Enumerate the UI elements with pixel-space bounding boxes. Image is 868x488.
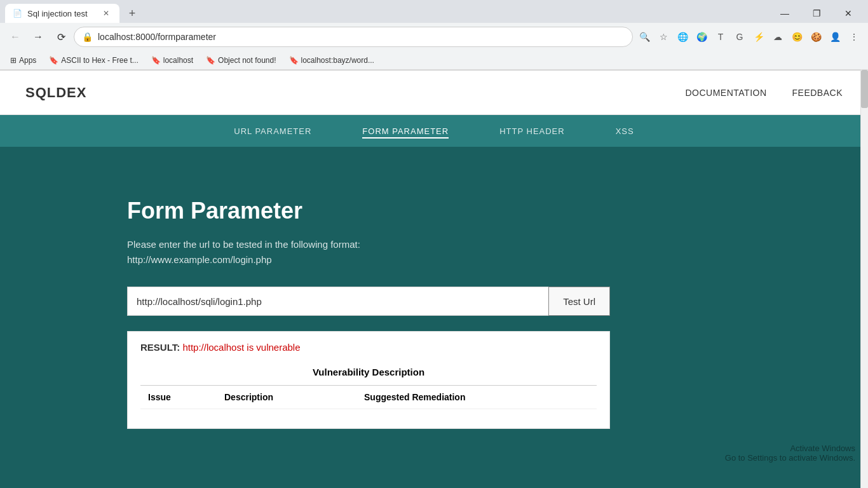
bookmark-localhost[interactable]: 🔖 localhost (146, 55, 198, 66)
browser-tab[interactable]: 📄 Sql injection test ✕ (5, 4, 119, 23)
bookmark-icon-1: 🔖 (49, 56, 58, 65)
close-button[interactable]: ✕ (834, 4, 863, 23)
col-remediation: Suggested Remediation (356, 386, 597, 409)
result-message: http://localhost is vulnerable (182, 342, 300, 353)
lock-icon: 🔒 (82, 32, 93, 42)
forward-button[interactable]: → (28, 27, 48, 47)
tab-title: Sql injection test (27, 9, 95, 18)
ext5-btn[interactable]: ⚡ (750, 28, 768, 46)
bookmark-apps[interactable]: ⊞ Apps (5, 55, 41, 66)
address-input[interactable] (98, 32, 625, 42)
documentation-link[interactable]: DOCUMENTATION (685, 88, 766, 98)
address-bar[interactable]: 🔒 (74, 27, 633, 47)
ext2-btn[interactable]: 🌍 (693, 28, 710, 46)
bookmark-ascii[interactable]: 🔖 ASCII to Hex - Free t... (44, 55, 143, 66)
bookmark-label-1: ASCII to Hex - Free t... (61, 56, 138, 65)
maximize-button[interactable]: ❐ (802, 4, 831, 23)
apps-icon: ⊞ (10, 56, 17, 65)
bookmark-localhost-bayz[interactable]: 🔖 localhost:bayz/word... (284, 55, 379, 66)
profile-icon-btn[interactable]: 👤 (826, 28, 844, 46)
scrollbar[interactable] (860, 70, 868, 488)
bookmark-label-4: localhost:bayz/word... (301, 56, 374, 65)
star-icon-btn[interactable]: ☆ (654, 28, 672, 46)
header-nav: DOCUMENTATION FEEDBACK (685, 88, 843, 98)
reload-button[interactable]: ⟳ (51, 27, 71, 47)
nav-http-header[interactable]: HTTP HEADER (499, 124, 565, 139)
vulnerability-table: Vulnerability Description Issue Descript… (140, 362, 597, 428)
result-label: RESULT: (140, 342, 180, 353)
table-title: Vulnerability Description (140, 362, 597, 385)
bookmarks-bar: ⊞ Apps 🔖 ASCII to Hex - Free t... 🔖 loca… (0, 51, 868, 70)
bookmark-object-not-found[interactable]: 🔖 Object not found! (201, 55, 281, 66)
col-issue: Issue (140, 386, 217, 409)
feedback-link[interactable]: FEEDBACK (792, 88, 843, 98)
minimize-button[interactable]: — (770, 4, 799, 23)
tab-close-button[interactable]: ✕ (100, 8, 112, 19)
table-row-placeholder (140, 409, 597, 428)
test-url-button[interactable]: Test Url (548, 287, 610, 316)
url-input[interactable] (127, 287, 548, 316)
search-icon-btn[interactable]: 🔍 (635, 28, 653, 46)
ext8-btn[interactable]: 🍪 (807, 28, 825, 46)
page-header: SQLDEX DOCUMENTATION FEEDBACK (0, 71, 868, 115)
bookmark-label-2: localhost (163, 56, 193, 65)
nav-xss[interactable]: XSS (616, 124, 634, 139)
section-title: Form Parameter (127, 198, 830, 224)
table-body (140, 409, 597, 428)
back-button[interactable]: ← (5, 27, 25, 47)
url-form: Test Url (127, 287, 610, 316)
ext6-btn[interactable]: ☁ (769, 28, 787, 46)
logo: SQLDEX (25, 85, 86, 101)
result-line: RESULT: http://localhost is vulnerable (140, 342, 597, 353)
ext7-btn[interactable]: 😊 (788, 28, 806, 46)
col-description: Description (217, 386, 356, 409)
ext1-btn[interactable]: 🌐 (674, 28, 691, 46)
bookmark-icon-3: 🔖 (206, 56, 215, 65)
nav-url-parameter[interactable]: URL PARAMETER (234, 124, 311, 139)
ext4-btn[interactable]: G (731, 28, 749, 46)
tab-favicon: 📄 (13, 9, 22, 18)
ext3-btn[interactable]: T (712, 28, 729, 46)
result-box: RESULT: http://localhost is vulnerable V… (127, 331, 610, 429)
bookmark-label: Apps (19, 56, 36, 65)
bookmark-icon-2: 🔖 (151, 56, 161, 65)
page-content: Form Parameter Please enter the url to b… (0, 147, 868, 488)
bookmark-icon-4: 🔖 (289, 56, 299, 65)
menu-icon-btn[interactable]: ⋮ (845, 28, 863, 46)
new-tab-button[interactable]: + (123, 4, 141, 22)
bookmark-label-3: Object not found! (218, 56, 276, 65)
main-nav: URL PARAMETER FORM PARAMETER HTTP HEADER… (0, 115, 868, 147)
section-description: Please enter the url to be tested in the… (127, 237, 830, 268)
scrollbar-thumb[interactable] (861, 70, 868, 108)
nav-form-parameter[interactable]: FORM PARAMETER (362, 124, 449, 139)
